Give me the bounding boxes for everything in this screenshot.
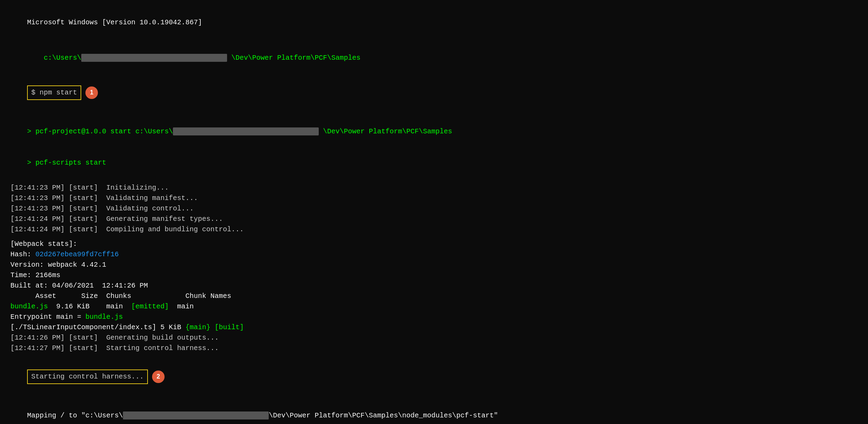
- entrypoint-bundle: bundle.js: [85, 313, 123, 321]
- windows-version-text: Microsoft Windows [Version 10.0.19042.86…: [27, 18, 202, 26]
- asset-header: Asset Size Chunks Chunk Names: [10, 291, 858, 301]
- log-line-3: [12:41:23 PM] [start] Validating control…: [10, 203, 858, 214]
- starting-harness-command: Starting control harness...: [27, 369, 148, 384]
- bundle-name: main: [169, 302, 194, 310]
- log-line-2: [12:41:23 PM] [start] Validating manifes…: [10, 193, 858, 203]
- harness-box-line: Starting control harness...2: [10, 359, 858, 394]
- main-tag: {main}: [185, 323, 210, 331]
- terminal-window: Microsoft Windows [Version 10.0.19042.86…: [10, 7, 858, 424]
- log-line-7: [12:41:27 PM] [start] Starting control h…: [10, 343, 858, 354]
- hash-line: Hash: 02d267ebea99fd7cff16: [10, 249, 858, 260]
- annotation-badge-2: 2: [152, 371, 165, 383]
- bundle-line: bundle.js 9.16 KiB main [emitted] main: [10, 301, 858, 312]
- webpack-stats-line: [Webpack stats]:: [10, 239, 858, 249]
- npm-start-command: $ npm start: [27, 85, 81, 100]
- version-line: Version: webpack 4.42.1: [10, 260, 858, 270]
- pcf-scripts-line: > pcf-scripts start: [10, 147, 858, 178]
- time-line: Time: 2166ms: [10, 270, 858, 281]
- hash-value: 02d267ebea99fd7cff16: [35, 250, 119, 258]
- emitted-tag: [emitted]: [131, 302, 169, 310]
- path-prefix: c:\Users\: [27, 54, 81, 62]
- built-at-line: Built at: 04/06/2021 12:41:26 PM: [10, 281, 858, 291]
- ts-component-line: [./TSLinearInputComponent/index.ts] 5 Ki…: [10, 322, 858, 333]
- bundle-size: 9.16 KiB main: [48, 302, 131, 310]
- windows-version-line: Microsoft Windows [Version 10.0.19042.86…: [10, 7, 858, 38]
- log-line-4: [12:41:24 PM] [start] Generating manifes…: [10, 214, 858, 224]
- bundle-js: bundle.js: [10, 302, 48, 310]
- entrypoint-line: Entrypoint main = bundle.js: [10, 312, 858, 322]
- path-blurred: andreitorgoer/OneDrive - CloudBrews: [81, 54, 227, 62]
- path-line: c:\Users\andreitorgoer/OneDrive - CloudB…: [10, 42, 858, 74]
- log-line-6: [12:41:26 PM] [start] Generating build o…: [10, 333, 858, 343]
- npm-start-line: $ npm start1: [10, 75, 858, 110]
- pcf-project-line: > pcf-project@1.0.0 start c:\Users\andre…: [10, 116, 858, 147]
- annotation-badge-1: 1: [85, 86, 98, 99]
- log-line-1: [12:41:23 PM] [start] Initializing...: [10, 183, 858, 193]
- mapping-line: Mapping / to "c:\Users\andreitorgoer/One…: [10, 400, 858, 424]
- built-tag: [built]: [215, 323, 244, 331]
- log-line-5: [12:41:24 PM] [start] Compiling and bund…: [10, 224, 858, 235]
- path-suffix: \Dev\Power Platform\PCF\Samples: [227, 54, 360, 62]
